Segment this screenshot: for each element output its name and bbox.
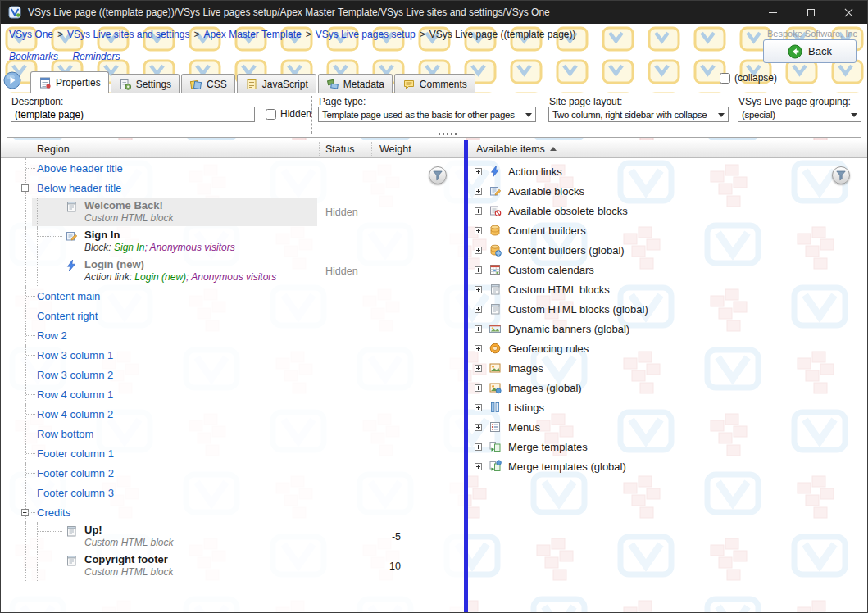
breadcrumb-separator: > — [57, 29, 63, 40]
region-row[interactable]: Row bottom — [1, 424, 464, 443]
lightning-icon — [489, 165, 502, 178]
available-item[interactable]: Listings — [468, 397, 867, 417]
filter-button[interactable] — [429, 166, 447, 184]
region-row[interactable]: Row 3 column 2 — [1, 365, 464, 384]
tab-label: Properties — [56, 77, 101, 89]
plus-expander-icon[interactable] — [475, 365, 482, 372]
splitter-handle[interactable] — [439, 133, 458, 135]
collapse-checkbox[interactable] — [720, 73, 730, 84]
back-button[interactable]: Back — [763, 39, 857, 63]
plus-expander-icon[interactable] — [475, 306, 482, 313]
block-subtitle: Custom HTML block — [84, 212, 173, 224]
circle-arrow-right-icon — [3, 71, 21, 89]
available-item[interactable]: Geofencing rules — [468, 338, 867, 358]
plus-expander-icon[interactable] — [475, 286, 482, 293]
region-block-row[interactable]: Login (new)Action link: Login (new); Ano… — [1, 257, 464, 286]
plus-expander-icon[interactable] — [475, 345, 482, 352]
plus-expander-icon[interactable] — [475, 168, 482, 175]
minus-expander-icon[interactable] — [21, 184, 29, 192]
bookmarks-link[interactable]: Bookmarks — [9, 51, 58, 62]
region-row[interactable]: Row 4 column 1 — [1, 384, 464, 404]
breadcrumb-item[interactable]: Apex Master Template — [203, 29, 301, 40]
plus-expander-icon[interactable] — [475, 384, 482, 392]
breadcrumb-item: VSys Live page ((template page)) — [429, 29, 576, 40]
plus-expander-icon[interactable] — [475, 247, 482, 254]
available-item[interactable]: Available obsolete blocks — [468, 201, 867, 220]
breadcrumb-item[interactable]: VSys One — [9, 29, 53, 40]
region-row[interactable]: Content right — [1, 306, 464, 325]
available-item[interactable]: Content builders — [468, 220, 867, 240]
region-row[interactable]: Footer column 1 — [1, 443, 464, 463]
minus-expander-icon[interactable] — [21, 509, 29, 516]
available-item[interactable]: Merge templates (global) — [468, 456, 867, 476]
plus-expander-icon[interactable] — [475, 227, 482, 234]
available-item[interactable]: Content builders (global) — [468, 240, 867, 260]
available-item[interactable]: Available blocks — [468, 181, 867, 201]
available-item[interactable]: Custom HTML blocks (global) — [468, 299, 867, 319]
available-item[interactable]: Custom HTML blocks — [468, 279, 867, 299]
region-row[interactable]: Content main — [1, 286, 464, 306]
properties-form-pane: Description: Hidden Page type: Template … — [7, 93, 861, 138]
tab-css-icon — [189, 78, 202, 91]
plus-expander-icon[interactable] — [475, 266, 482, 274]
available-item[interactable]: Merge templates — [468, 437, 867, 456]
geofence-icon — [489, 342, 502, 355]
region-row[interactable]: Row 3 column 1 — [1, 345, 464, 365]
hidden-checkbox[interactable] — [266, 109, 276, 120]
tab-javascript[interactable]: JavaScript — [237, 74, 316, 93]
region-row[interactable]: Footer column 2 — [1, 463, 464, 483]
plus-expander-icon[interactable] — [475, 463, 482, 470]
tree-line — [37, 257, 38, 286]
tab-metadata[interactable]: Metadata — [318, 74, 393, 93]
page-type-select[interactable]: Template page used as the basis for othe… — [318, 107, 536, 122]
plus-expander-icon[interactable] — [475, 424, 482, 431]
tab-label: Comments — [420, 79, 467, 90]
available-item[interactable]: Custom calendars — [468, 260, 867, 279]
window-controls — [754, 1, 867, 24]
tab-css[interactable]: CSS — [181, 74, 235, 93]
grouping-select[interactable]: (special) — [738, 107, 861, 122]
regions-header: Region Status Weight — [1, 140, 464, 158]
reminders-link[interactable]: Reminders — [72, 51, 120, 62]
available-items-list: Action linksAvailable blocksAvailable ob… — [468, 158, 867, 476]
close-button[interactable] — [829, 1, 867, 24]
available-item[interactable]: Menus — [468, 417, 867, 437]
filter-button[interactable] — [832, 166, 850, 184]
plus-expander-icon[interactable] — [475, 188, 482, 195]
plus-expander-icon[interactable] — [475, 443, 482, 451]
site-page-layout-select[interactable]: Two column, right sidebar with collapse — [548, 107, 729, 122]
tab-properties[interactable]: Properties — [30, 71, 109, 94]
region-row[interactable]: Above header title — [1, 158, 464, 178]
region-block-row[interactable]: Welcome Back!Custom HTML blockHidden — [1, 198, 464, 227]
available-item[interactable]: Images (global) — [468, 378, 867, 397]
region-row[interactable]: Credits — [1, 502, 464, 522]
plus-expander-icon[interactable] — [475, 207, 482, 215]
column-divider — [319, 142, 320, 156]
available-item[interactable]: Dynamic banners (global) — [468, 319, 867, 338]
available-item[interactable]: Images — [468, 358, 867, 378]
maximize-button[interactable] — [792, 1, 829, 24]
region-row[interactable]: Footer column 3 — [1, 483, 464, 502]
site-page-layout-label: Site page layout: — [549, 96, 622, 107]
status-cell: Hidden — [325, 207, 358, 218]
tab-settings[interactable]: Settings — [111, 74, 180, 93]
breadcrumb-item[interactable]: VSys Live pages setup — [316, 29, 416, 40]
region-block-row[interactable]: Copyright footerCustom HTML block10 — [1, 552, 464, 581]
description-input[interactable] — [11, 107, 255, 122]
region-row[interactable]: Row 2 — [1, 325, 464, 345]
region-block-row[interactable]: Sign InBlock: Sign In; Anonymous visitor… — [1, 227, 464, 257]
region-block-row[interactable]: Up!Custom HTML block-5 — [1, 522, 464, 552]
available-item[interactable]: Action links — [468, 161, 867, 181]
breadcrumb-item[interactable]: VSys Live sites and settings — [67, 29, 189, 40]
available-item-label: Images (global) — [508, 382, 582, 394]
plus-expander-icon[interactable] — [475, 404, 482, 411]
available-item-label: Listings — [508, 402, 544, 414]
plus-expander-icon[interactable] — [475, 325, 482, 333]
tab-comments[interactable]: Comments — [394, 74, 475, 93]
tab-comments-icon — [402, 78, 416, 91]
minimize-button[interactable] — [754, 1, 792, 24]
region-label: Row 4 column 2 — [37, 408, 113, 420]
region-row[interactable]: Row 4 column 2 — [1, 404, 464, 424]
panel-toggle-button[interactable] — [3, 71, 21, 89]
region-row[interactable]: Below header title — [1, 178, 464, 198]
